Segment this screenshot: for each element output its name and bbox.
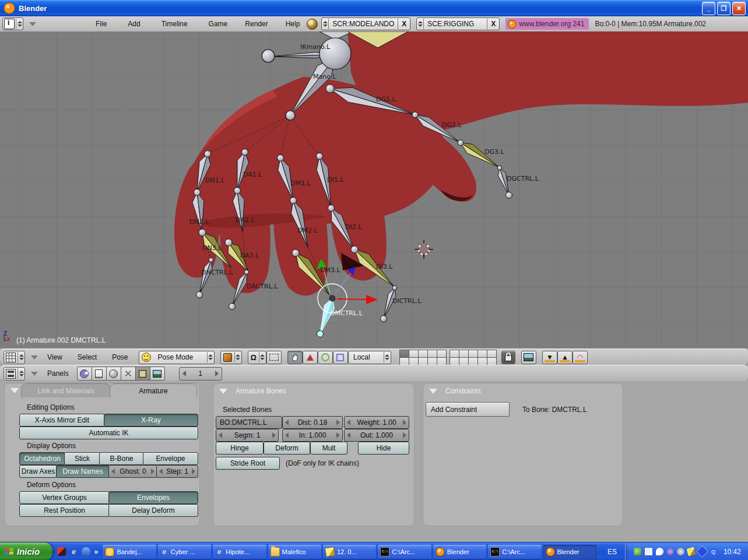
viewport-collapse-icon[interactable] [31,355,38,360]
shading-context-button[interactable] [107,367,121,381]
mode-dropdown[interactable]: Pose Mode [139,351,215,364]
menu-pose[interactable]: Pose [108,353,131,361]
menu-timeline[interactable]: Timeline [158,20,191,28]
layer-grid-2[interactable] [449,350,497,365]
hide-button[interactable]: Hide [358,442,409,455]
step-field[interactable]: Step: 1 [156,465,198,478]
manipulator-scale-button[interactable] [333,351,348,364]
buttons-window-type-spinner[interactable] [17,368,24,379]
quicklaunch-overflow-icon[interactable]: » [94,547,98,556]
frame-decrease-icon[interactable] [182,371,186,376]
task-cmd-2[interactable]: C:\Arc... [488,545,541,559]
close-button[interactable]: ✕ [732,2,746,15]
stride-root-button[interactable]: Stride Root [216,457,280,470]
blender-org-link[interactable]: www.blender.org 241 [505,18,589,30]
weight-field[interactable]: Weight: 1.00 [344,416,409,429]
cyclic-keyframe-button[interactable]: ◠ [573,351,588,364]
joint-sphere[interactable] [262,50,275,62]
scene-selector-spinner[interactable] [417,19,424,29]
restore-button[interactable]: ❐ [717,2,731,15]
viewport-window-type-spinner[interactable] [17,352,24,362]
proportional-edit-button[interactable] [266,351,282,364]
volume-tray-icon[interactable] [677,548,684,555]
menu-view[interactable]: View [44,353,66,361]
quicklaunch-ie-icon[interactable] [69,547,78,556]
deform-button[interactable]: Deform [264,442,310,455]
draw-axes-button[interactable]: Draw Axes [19,465,57,478]
messenger-bubble-tray-icon[interactable] [656,548,663,555]
pencil-tray-icon[interactable] [686,547,696,557]
tab-armature[interactable]: Armature [110,383,197,397]
out-field[interactable]: Out: 1.000 [344,429,409,442]
header-collapse-icon[interactable] [29,22,36,26]
3d-viewport[interactable]: IKmano.LMano.LDG1.LDG2.LDG3.LDGCTRL.LDN1… [0,31,748,348]
manipulator-toggle-button[interactable] [287,351,303,364]
bone-name-field[interactable]: BO:DMCTRL.L [216,416,282,429]
manipulator-translate-button[interactable] [303,351,318,364]
minimize-button[interactable]: _ [702,2,715,15]
increase-arrow-icon[interactable] [403,420,406,425]
task-bandeja[interactable]: Bandej... [103,545,156,559]
scene-context-button[interactable] [150,367,165,381]
task-malefico[interactable]: Malefico [268,545,321,559]
draw-names-button[interactable]: Draw Names [56,465,110,478]
increase-arrow-icon[interactable] [272,432,276,438]
frame-number-field[interactable]: 1 [179,367,222,381]
menu-game[interactable]: Game [205,20,231,28]
script-context-button[interactable] [92,367,107,381]
task-blender-2[interactable]: Blender [543,545,596,559]
move-down-keyframe-button[interactable]: ▼ [542,351,557,364]
menu-select[interactable]: Select [74,353,100,361]
pivot-spinner[interactable] [259,352,266,362]
logic-context-button[interactable] [77,367,92,381]
frame-increase-icon[interactable] [215,371,219,376]
increase-arrow-icon[interactable] [151,469,154,474]
task-cyber[interactable]: Cyber ... [158,545,211,559]
panels-menu[interactable]: Panels [44,369,72,378]
automatic-ik-button[interactable]: Automatic IK [19,427,198,439]
add-constraint-button[interactable]: Add Constraint [426,402,510,417]
lock-layers-button[interactable] [501,351,515,364]
screen-selector-spinner[interactable] [322,19,329,29]
viewport-window-type-button[interactable] [3,351,25,364]
tab-link-and-materials[interactable]: Link and Materials [21,383,111,397]
menu-add[interactable]: Add [124,20,143,28]
dist-field[interactable]: Dist: 0.18 [282,416,343,429]
vertex-groups-button[interactable]: Vertex Groups [19,491,110,504]
editing-context-button[interactable] [136,367,150,381]
task-document[interactable]: 12. 0... [323,545,376,559]
delay-deform-button[interactable]: Delay Deform [108,504,198,517]
pivot-dropdown[interactable]: Ω [248,351,266,364]
scene-selector[interactable]: SCE:RIGGING X [416,17,500,30]
mode-spinner[interactable] [207,352,214,362]
object-context-button[interactable]: ⤫ [121,367,136,381]
quicklaunch-media-icon[interactable] [57,547,66,556]
media-tray-icon[interactable] [666,548,674,555]
viewport-canvas[interactable]: IKmano.LMano.LDG1.LDG2.LDG3.LDGCTRL.LDN1… [0,31,748,348]
orientation-dropdown[interactable]: Local [348,351,391,364]
window-type-spinner[interactable] [16,19,23,29]
envelopes-button[interactable]: Envelopes [108,491,198,504]
manipulator-rotate-button[interactable] [318,351,333,364]
in-field[interactable]: In: 1.000 [282,429,343,442]
screen-close-icon[interactable]: X [398,19,410,29]
segm-field[interactable]: Segm: 1 [216,429,279,442]
buttons-window-type-button[interactable] [3,367,25,381]
menu-help[interactable]: Help [282,20,304,28]
panel-collapse-icon[interactable] [219,389,227,394]
joint-sphere[interactable] [286,111,295,120]
layer-grid-1[interactable] [399,350,447,365]
screen-selector[interactable]: SCR:MODELANDO X [321,17,410,30]
x-ray-button[interactable]: X-Ray [104,414,198,427]
menu-render[interactable]: Render [241,20,271,28]
move-up-keyframe-button[interactable]: ▲ [557,351,573,364]
draw-type-dropdown[interactable] [220,351,242,364]
render-preview-button[interactable] [521,351,536,364]
envelope-button[interactable]: Envelope [143,452,198,465]
increase-arrow-icon[interactable] [336,420,340,425]
hinge-button[interactable]: Hinge [216,442,264,455]
increase-arrow-icon[interactable] [192,469,195,474]
window-type-info-button[interactable] [2,17,23,30]
x-axis-mirror-button[interactable]: X-Axis Mirror Edit [19,414,105,427]
b-bone-button[interactable]: B-Bone [99,452,144,465]
